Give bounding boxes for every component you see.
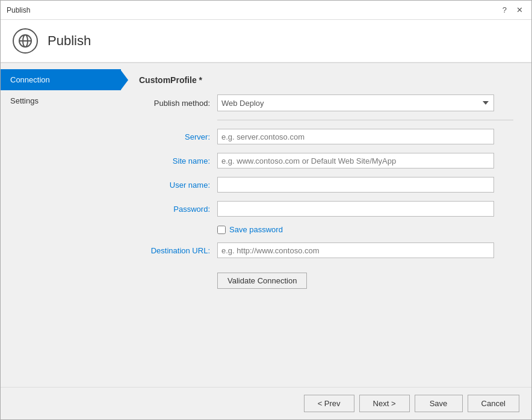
publish-method-row: Publish method: Web Deploy FTP File Syst…: [139, 94, 513, 111]
publish-method-select[interactable]: Web Deploy FTP File System: [217, 94, 494, 111]
next-button[interactable]: Next >: [359, 395, 410, 412]
password-input[interactable]: [217, 201, 494, 217]
destination-url-label: Destination URL:: [139, 246, 217, 255]
dialog-title: Publish: [48, 33, 91, 49]
destination-url-row: Destination URL:: [139, 242, 513, 258]
title-bar-left: Publish: [7, 6, 30, 14]
password-label: Password:: [139, 205, 217, 214]
password-row: Password:: [139, 201, 513, 217]
sidebar-settings-label: Settings: [10, 96, 39, 105]
dialog-body: Connection Settings CustomProfile * Publ…: [1, 63, 531, 387]
dialog-footer: < Prev Next > Save Cancel: [1, 387, 531, 419]
title-bar: Publish ? ✕: [1, 1, 531, 20]
save-password-checkbox[interactable]: [217, 226, 226, 234]
help-button[interactable]: ?: [500, 4, 509, 16]
server-row: Server:: [139, 129, 513, 144]
save-password-row: Save password: [217, 225, 513, 234]
validate-btn-container: Validate Connection: [217, 273, 307, 289]
sidebar-connection-label: Connection: [10, 75, 50, 84]
title-bar-controls: ? ✕: [500, 4, 525, 16]
prev-button[interactable]: < Prev: [304, 395, 354, 412]
destination-url-input[interactable]: [217, 242, 494, 258]
section-title: CustomProfile *: [139, 75, 513, 85]
validate-connection-button[interactable]: Validate Connection: [217, 273, 307, 289]
form-content: CustomProfile * Publish method: Web Depl…: [121, 63, 531, 387]
dialog-header: Publish: [1, 20, 531, 63]
publish-icon: [13, 28, 38, 54]
user-name-input[interactable]: [217, 177, 494, 193]
form-separator: [217, 120, 513, 120]
user-name-label: User name:: [139, 181, 217, 190]
publish-dialog: Publish ? ✕ Publish Connection Settings: [0, 0, 532, 420]
cancel-button[interactable]: Cancel: [468, 395, 519, 412]
sidebar: Connection Settings: [1, 63, 121, 387]
publish-method-label: Publish method:: [139, 99, 217, 108]
sidebar-item-connection[interactable]: Connection: [1, 69, 121, 90]
site-name-label: Site name:: [139, 156, 217, 165]
title-bar-text: Publish: [7, 6, 30, 14]
save-password-label[interactable]: Save password: [229, 225, 283, 234]
close-button[interactable]: ✕: [514, 4, 525, 16]
site-name-row: Site name:: [139, 153, 513, 168]
server-input[interactable]: [217, 129, 494, 144]
site-name-input[interactable]: [217, 153, 494, 168]
save-button[interactable]: Save: [415, 395, 463, 412]
sidebar-item-settings[interactable]: Settings: [1, 90, 121, 111]
user-name-row: User name:: [139, 177, 513, 193]
server-label: Server:: [139, 132, 217, 141]
